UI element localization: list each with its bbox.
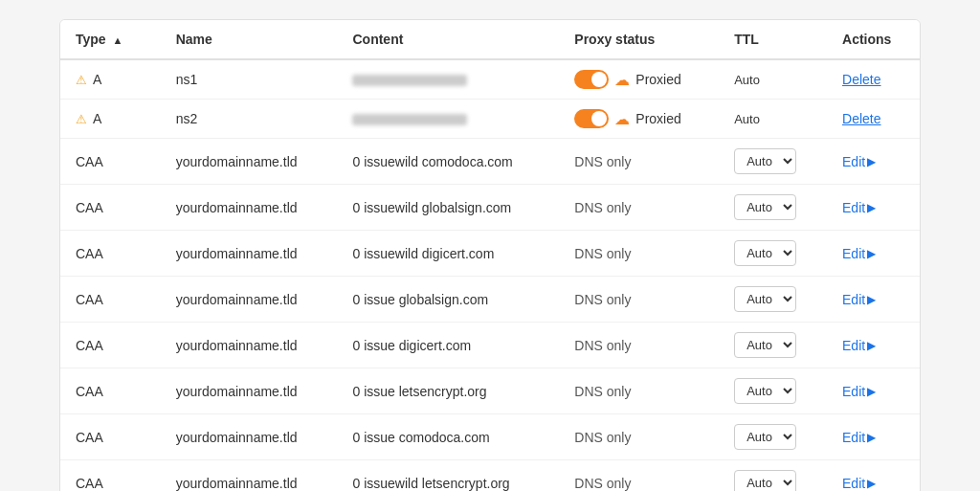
blurred-ip — [352, 75, 467, 86]
cell-type: CAA — [60, 323, 161, 368]
edit-button[interactable]: Edit ▶ — [842, 384, 876, 399]
cell-proxy-status: DNS only — [559, 368, 719, 414]
chevron-right-icon: ▶ — [867, 247, 876, 260]
edit-button[interactable]: Edit ▶ — [842, 154, 876, 169]
edit-button[interactable]: Edit ▶ — [842, 430, 876, 445]
cell-actions[interactable]: Edit ▶ — [827, 414, 920, 460]
cell-name: ns1 — [161, 59, 338, 100]
ttl-dropdown[interactable]: Auto — [734, 378, 796, 404]
table-row: CAAyourdomainname.tld0 issue globalsign.… — [60, 277, 920, 323]
cell-actions[interactable]: Edit ▶ — [827, 231, 920, 277]
cell-type: CAA — [60, 414, 161, 460]
edit-button[interactable]: Edit ▶ — [842, 338, 876, 353]
ttl-dropdown[interactable]: Auto — [734, 286, 796, 312]
cloud-icon: ☁ — [614, 110, 630, 128]
chevron-right-icon: ▶ — [867, 477, 876, 490]
proxy-status-label: DNS only — [574, 338, 631, 353]
table-row: ⚠Ans2☁ProxiedAutoDelete — [60, 100, 920, 139]
proxy-status-label: DNS only — [574, 292, 631, 307]
edit-button[interactable]: Edit ▶ — [842, 476, 876, 491]
cell-ttl[interactable]: Auto — [719, 414, 827, 460]
cell-content — [337, 100, 559, 139]
type-value: CAA — [76, 292, 103, 307]
type-value: CAA — [76, 338, 103, 353]
blurred-ip — [352, 114, 467, 125]
cell-actions[interactable]: Edit ▶ — [827, 460, 920, 492]
type-value: CAA — [76, 430, 103, 445]
ttl-dropdown[interactable]: Auto — [734, 332, 796, 358]
cell-ttl[interactable]: Auto — [719, 323, 827, 368]
proxy-status-label: Proxied — [635, 72, 680, 87]
proxy-toggle[interactable] — [574, 70, 609, 89]
cell-ttl: Auto — [719, 100, 827, 139]
cell-ttl[interactable]: Auto — [719, 185, 827, 231]
table-header-row: Type ▲ Name Content Proxy status TTL Act… — [60, 20, 920, 59]
table-row: CAAyourdomainname.tld0 issue comodoca.co… — [60, 414, 920, 460]
delete-button[interactable]: Delete — [842, 111, 880, 126]
edit-button[interactable]: Edit ▶ — [842, 200, 876, 215]
cell-proxy-status: DNS only — [559, 460, 719, 492]
ttl-dropdown[interactable]: Auto — [734, 424, 796, 450]
type-value: A — [93, 111, 101, 126]
proxy-toggle[interactable] — [574, 109, 609, 128]
cell-name: ns2 — [161, 100, 338, 139]
cell-proxy-status: DNS only — [559, 414, 719, 460]
col-type[interactable]: Type ▲ — [60, 20, 161, 59]
cell-type: ⚠A — [60, 59, 161, 100]
cell-proxy-status: DNS only — [559, 231, 719, 277]
table-row: CAAyourdomainname.tld0 issuewild globals… — [60, 185, 920, 231]
cell-actions[interactable]: Edit ▶ — [827, 139, 920, 185]
cell-actions[interactable]: Edit ▶ — [827, 368, 920, 414]
cell-proxy-status: DNS only — [559, 185, 719, 231]
cell-ttl[interactable]: Auto — [719, 231, 827, 277]
cell-actions[interactable]: Delete — [827, 59, 920, 100]
table-row: CAAyourdomainname.tld0 issuewild letsenc… — [60, 460, 920, 492]
col-actions: Actions — [827, 20, 920, 59]
type-value: A — [93, 72, 101, 87]
cell-name: yourdomainname.tld — [161, 277, 338, 323]
cell-ttl[interactable]: Auto — [719, 460, 827, 492]
chevron-right-icon: ▶ — [867, 201, 876, 214]
dns-records-table: Type ▲ Name Content Proxy status TTL Act… — [59, 19, 921, 491]
cell-type: CAA — [60, 231, 161, 277]
proxy-status-label: DNS only — [574, 430, 631, 445]
cell-actions[interactable]: Delete — [827, 100, 920, 139]
delete-button[interactable]: Delete — [842, 72, 880, 87]
table-row: ⚠Ans1☁ProxiedAutoDelete — [60, 59, 920, 100]
cell-actions[interactable]: Edit ▶ — [827, 323, 920, 368]
edit-button[interactable]: Edit ▶ — [842, 292, 876, 307]
sort-arrow-icon: ▲ — [113, 34, 123, 46]
cell-ttl[interactable]: Auto — [719, 368, 827, 414]
cell-actions[interactable]: Edit ▶ — [827, 277, 920, 323]
cell-content: 0 issue letsencrypt.org — [337, 368, 559, 414]
ttl-dropdown[interactable]: Auto — [734, 148, 796, 174]
type-value: CAA — [76, 246, 103, 261]
table-row: CAAyourdomainname.tld0 issuewild comodoc… — [60, 139, 920, 185]
chevron-right-icon: ▶ — [867, 385, 876, 398]
edit-button[interactable]: Edit ▶ — [842, 246, 876, 261]
type-value: CAA — [76, 154, 103, 169]
cell-ttl[interactable]: Auto — [719, 277, 827, 323]
cell-actions[interactable]: Edit ▶ — [827, 185, 920, 231]
proxy-status-label: DNS only — [574, 154, 631, 169]
cell-name: yourdomainname.tld — [161, 460, 338, 492]
cell-name: yourdomainname.tld — [161, 231, 338, 277]
ttl-dropdown[interactable]: Auto — [734, 194, 796, 220]
cell-type: CAA — [60, 139, 161, 185]
ttl-dropdown[interactable]: Auto — [734, 240, 796, 266]
proxy-status-label: DNS only — [574, 384, 631, 399]
cell-proxy-status: DNS only — [559, 277, 719, 323]
cell-name: yourdomainname.tld — [161, 185, 338, 231]
ttl-value: Auto — [734, 112, 760, 126]
table-row: CAAyourdomainname.tld0 issue digicert.co… — [60, 323, 920, 368]
chevron-right-icon: ▶ — [867, 339, 876, 352]
cell-ttl[interactable]: Auto — [719, 139, 827, 185]
ttl-value: Auto — [734, 73, 760, 87]
cell-type: CAA — [60, 185, 161, 231]
cell-name: yourdomainname.tld — [161, 414, 338, 460]
ttl-dropdown[interactable]: Auto — [734, 470, 796, 491]
cloud-icon: ☁ — [614, 71, 630, 89]
type-value: CAA — [76, 476, 103, 491]
proxy-status-label: DNS only — [574, 200, 631, 215]
cell-name: yourdomainname.tld — [161, 139, 338, 185]
